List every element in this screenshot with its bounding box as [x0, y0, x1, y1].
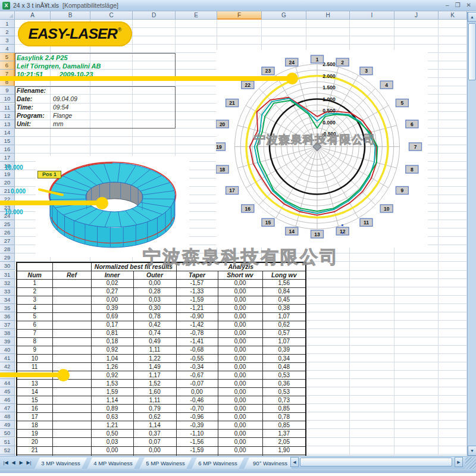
table-cell[interactable]: 7: [17, 329, 52, 337]
table-cell[interactable]: 17: [17, 413, 52, 421]
table-cell[interactable]: 0,27: [91, 287, 133, 296]
table-cell[interactable]: 0,36: [262, 380, 306, 388]
row-header-46[interactable]: 46: [0, 396, 15, 404]
table-cell[interactable]: [52, 388, 91, 396]
table-cell[interactable]: 10: [17, 355, 52, 363]
table-cell[interactable]: 0,81: [91, 329, 133, 337]
row-header-6[interactable]: 6: [0, 61, 15, 70]
row-header-5[interactable]: 5: [0, 53, 15, 61]
close-icon[interactable]: ✕: [466, 1, 471, 10]
column-header-A[interactable]: A: [15, 11, 51, 20]
table-cell[interactable]: -1,10: [176, 430, 218, 438]
table-cell[interactable]: 1,17: [133, 371, 176, 380]
table-cell[interactable]: 0,00: [218, 287, 262, 296]
sheet-tab-90-waviness[interactable]: 90° Waviness: [244, 458, 296, 469]
minimize-icon[interactable]: –: [446, 1, 449, 10]
table-cell[interactable]: 0,00: [218, 329, 262, 337]
row-header-48[interactable]: 48: [0, 412, 15, 421]
table-cell[interactable]: [52, 413, 91, 421]
table-cell[interactable]: 1,37: [262, 430, 306, 438]
table-cell[interactable]: [52, 346, 91, 354]
row-header-10[interactable]: 10: [0, 95, 15, 103]
column-header-J[interactable]: J: [394, 11, 439, 20]
table-cell[interactable]: 20: [17, 438, 52, 446]
table-cell[interactable]: [52, 279, 91, 287]
table-cell[interactable]: 0,00: [218, 438, 262, 446]
table-cell[interactable]: 2: [17, 287, 52, 296]
table-cell[interactable]: 0,00: [133, 446, 176, 455]
table-cell[interactable]: 0,00: [91, 296, 133, 304]
table-cell[interactable]: -1,42: [176, 321, 218, 329]
row-header-2[interactable]: 2: [0, 28, 15, 36]
table-cell[interactable]: 8: [17, 337, 52, 346]
table-cell[interactable]: 1,14: [91, 396, 133, 405]
horizontal-scroll-thumb[interactable]: [300, 458, 452, 466]
table-cell[interactable]: 0,00: [218, 363, 262, 371]
table-cell[interactable]: 0,00: [218, 446, 262, 455]
table-cell[interactable]: 0,00: [218, 304, 262, 312]
table-cell[interactable]: -0,90: [176, 312, 218, 321]
column-header-G[interactable]: G: [262, 11, 306, 20]
row-header-30[interactable]: 30: [0, 262, 15, 270]
row-header-13[interactable]: 13: [0, 120, 15, 129]
column-header-K[interactable]: K: [439, 11, 467, 20]
row-header-34[interactable]: 34: [0, 296, 15, 304]
table-cell[interactable]: 1,60: [133, 388, 176, 396]
table-cell[interactable]: 1,21: [91, 421, 133, 430]
table-cell[interactable]: -0,46: [176, 396, 218, 405]
row-header-52[interactable]: 52: [0, 446, 15, 455]
row-header-9[interactable]: 9: [0, 86, 15, 95]
row-header-35[interactable]: 35: [0, 304, 15, 312]
table-cell[interactable]: 0,85: [262, 405, 306, 413]
table-cell[interactable]: 0,38: [262, 304, 306, 312]
table-cell[interactable]: 0,62: [133, 413, 176, 421]
table-cell[interactable]: 1,49: [133, 363, 176, 371]
row-header-47[interactable]: 47: [0, 404, 15, 412]
row-header-12[interactable]: 12: [0, 112, 15, 120]
row-header-4[interactable]: 4: [0, 45, 15, 53]
select-all-corner[interactable]: [0, 11, 15, 20]
table-cell[interactable]: 0,79: [133, 405, 176, 413]
table-cell[interactable]: 0,48: [262, 363, 306, 371]
table-cell[interactable]: 1,11: [133, 396, 176, 405]
table-cell[interactable]: 1,22: [133, 355, 176, 363]
scroll-left-button[interactable]: ◀: [290, 457, 299, 467]
table-cell[interactable]: 0,00: [91, 446, 133, 455]
table-cell[interactable]: 0,00: [218, 405, 262, 413]
table-cell[interactable]: 0,89: [91, 405, 133, 413]
table-cell[interactable]: 0,00: [218, 388, 262, 396]
column-header-H[interactable]: H: [306, 11, 350, 20]
table-cell[interactable]: 0,92: [91, 346, 133, 354]
row-header-32[interactable]: 32: [0, 279, 15, 287]
table-cell[interactable]: 0,39: [262, 346, 306, 354]
table-cell[interactable]: 0,74: [133, 329, 176, 337]
table-cell[interactable]: -0,96: [176, 413, 218, 421]
table-cell[interactable]: 1,53: [91, 380, 133, 388]
table-cell[interactable]: 0,92: [91, 371, 133, 380]
table-cell[interactable]: 0,45: [262, 296, 306, 304]
table-cell[interactable]: [52, 287, 91, 296]
table-cell[interactable]: 11: [17, 363, 52, 371]
table-cell[interactable]: 1,90: [262, 446, 306, 455]
table-cell[interactable]: 15: [17, 396, 52, 405]
table-cell[interactable]: 2,05: [262, 438, 306, 446]
table-cell[interactable]: -0,78: [176, 329, 218, 337]
table-cell[interactable]: 0,02: [91, 279, 133, 287]
row-header-36[interactable]: 36: [0, 312, 15, 321]
table-cell[interactable]: 0,03: [133, 296, 176, 304]
table-cell[interactable]: 0,34: [262, 355, 306, 363]
column-header-D[interactable]: D: [133, 11, 176, 20]
row-header-16[interactable]: 16: [0, 145, 15, 154]
row-header-1[interactable]: 1: [0, 20, 15, 28]
table-cell[interactable]: 0,30: [133, 304, 176, 312]
row-header-25[interactable]: 25: [0, 220, 15, 228]
row-header-49[interactable]: 49: [0, 421, 15, 429]
table-cell[interactable]: 1,52: [133, 380, 176, 388]
table-cell[interactable]: 18: [17, 421, 52, 430]
sheet-tab-4-mp-waviness[interactable]: 4 MP Waviness: [87, 458, 139, 469]
table-cell[interactable]: 0,62: [262, 321, 306, 329]
row-header-37[interactable]: 37: [0, 321, 15, 329]
table-cell[interactable]: 0,28: [133, 287, 176, 296]
table-cell[interactable]: 0,39: [91, 304, 133, 312]
table-cell[interactable]: 0,49: [133, 337, 176, 346]
